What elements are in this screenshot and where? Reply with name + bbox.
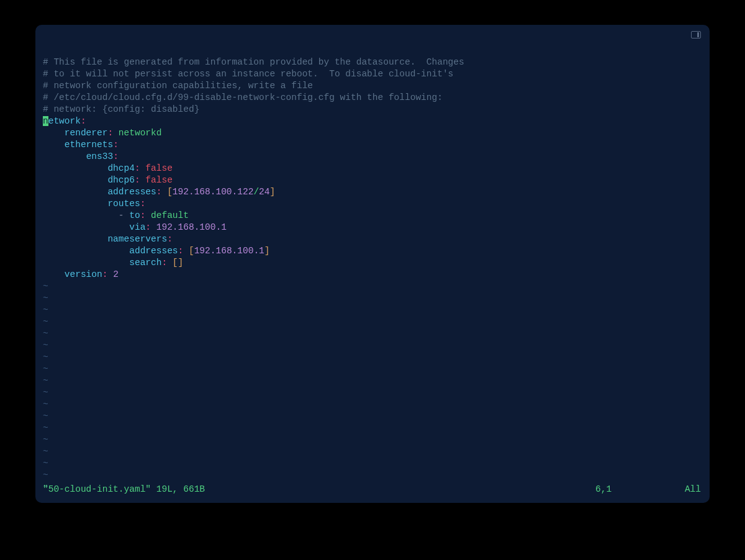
yaml-key: renderer — [65, 128, 108, 138]
yaml-value: default — [151, 210, 189, 220]
colon: : — [107, 128, 113, 138]
yaml-value: false — [145, 163, 173, 173]
colon: : — [156, 187, 162, 197]
dash: - — [119, 210, 124, 220]
yaml-key: nameservers — [107, 234, 167, 244]
yaml-key: via — [129, 222, 145, 232]
bracket: [ — [189, 246, 194, 256]
vim-status-bar: "50-cloud-init.yaml" 19L, 661B 6,1 All — [43, 484, 701, 495]
empty-line-marker: ~ — [43, 387, 48, 397]
empty-line-marker: ~ — [43, 435, 48, 445]
yaml-key: addresses — [107, 187, 156, 197]
yaml-value: 2 — [113, 269, 119, 279]
empty-line-marker: ~ — [43, 376, 48, 386]
colon: : — [113, 151, 119, 161]
empty-line-marker: ~ — [43, 470, 48, 480]
empty-line-marker: ~ — [43, 458, 48, 468]
colon: : — [161, 258, 167, 268]
empty-line-marker: ~ — [43, 446, 48, 456]
status-spacer — [205, 484, 595, 495]
yaml-key: dhcp4 — [107, 163, 135, 173]
empty-line-marker: ~ — [43, 364, 48, 374]
empty-line-marker: ~ — [43, 423, 48, 433]
comment-line: # to it will not persist across an insta… — [43, 69, 453, 79]
ip-address: 192.168.100.1 — [156, 222, 227, 232]
colon: : — [81, 116, 86, 126]
yaml-key: ethernets — [65, 140, 113, 150]
empty-line-marker: ~ — [43, 281, 48, 291]
terminal-window: # This file is generated from informatio… — [35, 25, 710, 503]
colon: : — [113, 140, 119, 150]
bracket: ] — [264, 246, 270, 256]
colon: : — [145, 222, 151, 232]
colon: : — [135, 163, 140, 173]
status-cursor-position: 6,1 — [595, 484, 676, 495]
yaml-key: ens33 — [86, 151, 114, 161]
yaml-key: addresses — [129, 246, 178, 256]
colon: : — [140, 199, 146, 209]
colon: : — [167, 234, 173, 244]
empty-line-marker: ~ — [43, 411, 48, 421]
comment-line: # This file is generated from informatio… — [43, 57, 464, 67]
netmask: 24 — [259, 187, 269, 197]
bracket: ] — [270, 187, 276, 197]
colon: : — [140, 210, 146, 220]
ip-address: 192.168.100.122 — [173, 187, 254, 197]
comment-line: # /etc/cloud/cloud.cfg.d/99-disable-netw… — [43, 93, 443, 102]
colon: : — [178, 246, 184, 256]
yaml-key: to — [129, 210, 140, 220]
colon: : — [102, 269, 108, 279]
cursor: n — [43, 116, 48, 126]
colon: : — [135, 175, 140, 185]
empty-line-marker: ~ — [43, 317, 48, 327]
empty-line-marker: ~ — [43, 399, 48, 409]
empty-line-marker: ~ — [43, 293, 48, 303]
yaml-value: false — [145, 175, 173, 185]
empty-line-marker: ~ — [43, 328, 48, 338]
yaml-value: networkd — [119, 128, 162, 138]
comment-line: # network: {config: disabled} — [43, 104, 199, 114]
slash: / — [253, 187, 259, 197]
yaml-key: search — [129, 258, 161, 268]
yaml-key: version — [65, 269, 102, 279]
status-scroll-percent: All — [676, 484, 701, 495]
panel-icon — [691, 31, 701, 38]
bracket: [ — [167, 187, 173, 197]
vim-editor[interactable]: # This file is generated from informatio… — [43, 45, 702, 484]
yaml-key: etwork — [48, 116, 81, 126]
empty-line-marker: ~ — [43, 340, 48, 350]
yaml-key: dhcp6 — [107, 175, 135, 185]
comment-line: # network configuration capabilities, wr… — [43, 81, 313, 91]
status-filename: "50-cloud-init.yaml" 19L, 661B — [43, 484, 205, 495]
empty-line-marker: ~ — [43, 305, 48, 315]
empty-line-marker: ~ — [43, 352, 48, 362]
ip-address: 192.168.100.1 — [194, 246, 264, 256]
bracket: [] — [173, 258, 183, 268]
yaml-key: routes — [107, 199, 140, 209]
